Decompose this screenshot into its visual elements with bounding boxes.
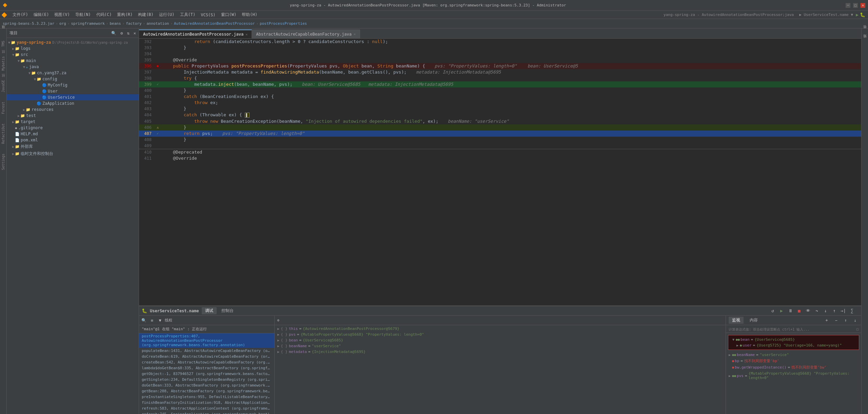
watch-tab-content[interactable]: 内容 [746, 317, 761, 324]
close-button[interactable]: ✕ [861, 3, 865, 8]
step-out-btn[interactable]: ↑ [831, 307, 838, 315]
tree-main[interactable]: ▼ 📁 main [7, 58, 139, 64]
watch-pvs[interactable]: ▶ ●● pvs = {MutablePropertyValues@5668} … [726, 371, 861, 381]
tree-userservice[interactable]: ▶ 🔵 UserService [7, 94, 139, 100]
run-to-cursor-btn[interactable]: →| [840, 307, 847, 315]
nav-springframework[interactable]: springframework [71, 21, 104, 26]
filter-btn[interactable]: 🔍 [140, 317, 147, 324]
menu-file[interactable]: 文件(F) [10, 11, 31, 18]
stack-item[interactable]: refresh:583, AbstractApplicationContext … [139, 406, 274, 411]
var-pvs[interactable]: ▶ { } pvs = {MutablePropertyValues@5668}… [275, 332, 726, 337]
watch-remove-btn[interactable]: − [833, 317, 840, 324]
tab-autowired[interactable]: AutowiredAnnotationBeanPostProcessor.jav… [139, 29, 252, 38]
menu-vcs[interactable]: VCS(S) [198, 12, 218, 18]
tool-forest[interactable]: Forest [1, 100, 6, 115]
tool-mybatis[interactable]: Mybatis丝 [0, 55, 6, 72]
stack-item[interactable]: finishBeanFactoryInitialization:918, Abs… [139, 400, 274, 406]
tool-settings[interactable]: Settings [1, 152, 6, 171]
eval-btn[interactable]: ∑ [848, 307, 856, 315]
resume-btn[interactable]: ▶ [778, 307, 785, 315]
tool-project[interactable]: 项目 [0, 30, 6, 33]
menu-refactor[interactable]: 重构(R) [114, 11, 135, 18]
tree-config[interactable]: ▼ 📁 config [7, 76, 139, 82]
project-icon-close[interactable]: ✕ [134, 31, 136, 36]
tree-java[interactable]: ▼ ☕ java [7, 64, 139, 70]
stack-item[interactable]: refresh:745, SpringApplication (org.spri… [139, 411, 274, 414]
stack-item[interactable]: createBean:542, AbstractAutowireCapableB… [139, 359, 274, 365]
stack-item[interactable]: lambda$doGetBean$0:335, AbstractBeanFact… [139, 365, 274, 371]
right-tool-notifications[interactable]: 通知 [862, 39, 868, 42]
stack-item[interactable]: populateBean:1431, AbstractAutowireCapab… [139, 348, 274, 354]
tab-abstract-close[interactable]: ✕ [354, 32, 356, 36]
tree-pomxml[interactable]: ▶ 📄 pom.xml [7, 137, 139, 143]
tree-gitignore[interactable]: ▶ ◆ .gitignore [7, 125, 139, 131]
debug-button[interactable]: 🐛 [860, 12, 865, 17]
watch-tab-monitor[interactable]: 监视 [729, 317, 744, 324]
maximize-button[interactable]: □ [853, 3, 858, 8]
nav-jar[interactable]: spring-beans-5.3.23.jar [3, 21, 54, 26]
tab-autowired-close[interactable]: ✕ [245, 33, 248, 36]
tool-javase[interactable]: JavaSE丝 [0, 79, 6, 94]
debug-tab-console[interactable]: 控制台 [218, 307, 237, 314]
watch-add-btn[interactable]: + [823, 317, 830, 324]
debug-icon[interactable]: 🐛 [142, 308, 147, 313]
tree-helpmd[interactable]: ▶ 📄 HELP.md [7, 131, 139, 137]
run-button[interactable]: ▶ [856, 12, 859, 17]
frames-btn[interactable]: ≡ [149, 317, 155, 324]
tree-logs[interactable]: ▶ 📁 logs [7, 45, 139, 52]
stack-item[interactable]: doGetBean:333, AbstractBeanFactory (org.… [139, 382, 274, 388]
nav-method[interactable]: postProcessProperties [260, 21, 307, 26]
watch-beanname[interactable]: ▶ ●● beanName = "userService" [726, 352, 861, 358]
tree-external-libs[interactable]: ▶ 📁 外部库 [7, 143, 139, 150]
menu-edit[interactable]: 编辑(E) [31, 11, 52, 18]
menu-code[interactable]: 代码(C) [94, 11, 115, 18]
tree-scratch[interactable]: ▶ 📁 临时文件和控制台 [7, 150, 139, 157]
var-this[interactable]: ▶ { } this = {AutowiredAnnotationBeanPos… [275, 326, 726, 332]
watch-bean-user[interactable]: ▶ ● user = {User@5725} "User(age=166, na… [730, 342, 857, 348]
right-tool-bookmark[interactable]: 书签 [862, 30, 868, 33]
nav-class[interactable]: AutowiredAnnotationBeanPostProcessor [174, 21, 255, 26]
watch-bp[interactable]: ▶ ● bp = 找不到局部变量'bp' [726, 358, 861, 364]
debug-tab-debug[interactable]: 调试 [202, 307, 217, 314]
stop-btn[interactable]: ■ [795, 307, 803, 315]
nav-org[interactable]: org [59, 21, 66, 26]
restart-btn[interactable]: ↺ [769, 307, 776, 315]
thread-select[interactable]: ▼ [157, 317, 163, 324]
menu-help[interactable]: 帮助(H) [239, 11, 260, 18]
tree-resources[interactable]: ▶ 📁 resources [7, 106, 139, 113]
watch-down-btn[interactable]: ↓ [852, 317, 859, 324]
tab-abstract[interactable]: AbstractAutowireCapableBeanFactory.java … [252, 29, 360, 38]
menu-build[interactable]: 构建(B) [135, 11, 156, 18]
stack-item[interactable]: getSingleton:234, DefaultSingletonBeanRe… [139, 377, 274, 382]
var-metadata[interactable]: ▶ { } metadata = {InjectionMetadata@5695… [275, 349, 726, 355]
menu-navigate[interactable]: 导航(N) [73, 11, 94, 18]
pause-btn[interactable]: ⏸ [787, 307, 794, 315]
tree-test[interactable]: ▶ 📁 test [7, 113, 139, 119]
active-frame[interactable]: postProcessProperties:407, AutowiredAnno… [139, 333, 274, 348]
var-beanname[interactable]: ▶ { } beanName = "userService" [275, 343, 726, 349]
tree-user[interactable]: ▶ 🔵 User [7, 88, 139, 94]
watches-expand-btn[interactable]: □ [856, 327, 859, 331]
tree-root[interactable]: ▼ 📁 yang-spring-za D:\Projects\0-GitWork… [7, 39, 139, 45]
tree-src[interactable]: ▼ 📁 src [7, 52, 139, 58]
stack-item[interactable]: getBean:208, AbstractBeanFactory (org.sp… [139, 388, 274, 394]
view-btn[interactable]: 👁 [804, 307, 812, 315]
project-icon-search[interactable]: 🔍 [111, 31, 116, 36]
tool-refactor[interactable]: RefactiOut [1, 122, 6, 145]
menu-view[interactable]: 视图(V) [52, 11, 73, 18]
step-over-btn[interactable]: ↷ [813, 307, 821, 315]
nav-factory[interactable]: factory [126, 21, 141, 26]
watch-bean[interactable]: ▼ ●● bean = {UserService@5685} [730, 337, 857, 342]
menu-window[interactable]: 窗口(W) [218, 11, 239, 18]
stack-item[interactable]: preInstantiateSingletons:955, DefaultLis… [139, 394, 274, 400]
minimize-button[interactable]: ─ [846, 3, 850, 8]
watch-up-btn[interactable]: ↑ [842, 317, 849, 324]
stack-item[interactable]: doCreateBean:619, AbstractAutowireCapabl… [139, 354, 274, 359]
menu-run[interactable]: 运行(U) [156, 11, 177, 18]
menu-tools[interactable]: 工具(T) [177, 11, 198, 18]
step-into-btn[interactable]: ↓ [822, 307, 829, 315]
tree-package[interactable]: ▼ 📁 cn.yang37.za [7, 70, 139, 76]
tool-tms[interactable]: TMS [1, 39, 6, 48]
project-icon-expand[interactable]: ⇅ [127, 31, 130, 36]
nav-beans[interactable]: beans [110, 21, 121, 26]
